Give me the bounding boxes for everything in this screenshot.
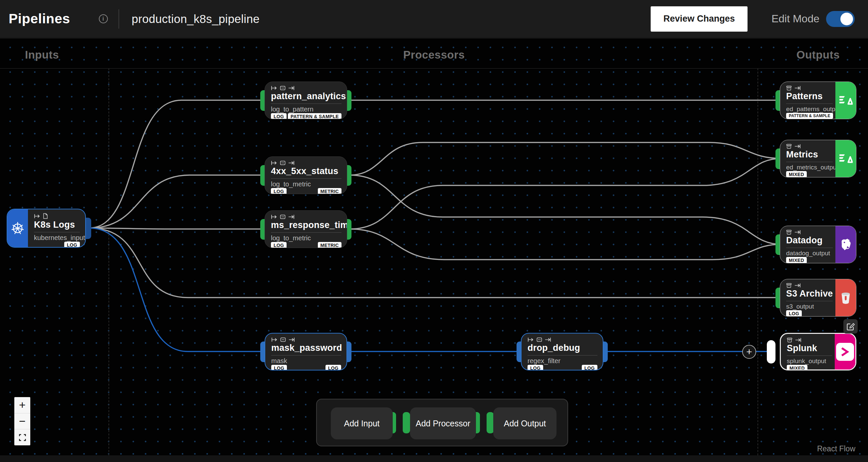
- edit-node-button[interactable]: [843, 319, 858, 334]
- target-handle[interactable]: [767, 340, 775, 364]
- edge-k8s-to-ms-response-time[interactable]: [89, 228, 266, 229]
- node-subtitle: s3_output: [786, 303, 833, 310]
- node-subtitle: ed_metrics_output: [786, 164, 833, 171]
- node-subtitle: kubernetes_input: [34, 234, 80, 242]
- input-type-badge: PATTERN & SAMPLE: [786, 113, 833, 119]
- zoom-out-button[interactable]: −: [14, 413, 30, 430]
- node-output-s3-archive[interactable]: S3 Archive s3_output LOG: [780, 279, 856, 316]
- arrow-from-bar-icon: [528, 337, 534, 342]
- output-type-badge: LOG: [582, 365, 597, 370]
- input-type-badge: MIXED: [786, 171, 807, 177]
- node-title: Patterns: [786, 91, 833, 101]
- input-type-badge: MIXED: [787, 365, 807, 370]
- node-title: drop_debug: [528, 343, 597, 353]
- archive-box-icon: [786, 144, 792, 149]
- top-bar: Pipelines i production_k8s_pipeline Revi…: [0, 0, 868, 38]
- node-output-splunk[interactable]: Splunk splunk_output MIXED: [780, 333, 856, 370]
- transform-chip-icon: [280, 214, 285, 219]
- data-type-badge: LOG: [64, 242, 80, 248]
- edge-k8s-to-4xx-5xx-status[interactable]: [89, 175, 266, 228]
- pencil-square-icon: [846, 322, 855, 331]
- node-divider: [271, 232, 341, 233]
- node-input-k8s-logs[interactable]: K8s Logs kubernetes_input LOG: [7, 209, 86, 248]
- fit-view-icon: [19, 434, 26, 441]
- transform-chip-icon: [280, 160, 285, 165]
- node-subtitle: log_to_metric: [271, 180, 341, 188]
- input-type-badge: LOG: [271, 242, 286, 248]
- edge-ms-to-datadog[interactable]: [349, 229, 781, 259]
- output-type-badge: LOG: [326, 365, 341, 370]
- splunk-logo-icon: [835, 334, 855, 369]
- input-type-badge: LOG: [786, 310, 802, 316]
- edge-k8s-to-s3-archive[interactable]: [89, 228, 781, 298]
- edge-k8s-to-mask-password[interactable]: [89, 228, 266, 351]
- target-handle: [403, 412, 410, 433]
- node-title: S3 Archive: [786, 288, 833, 299]
- arrow-to-bar-icon: [545, 337, 551, 342]
- node-subtitle: mask: [271, 357, 341, 365]
- node-divider: [786, 162, 833, 162]
- arrow-to-bar-icon: [288, 86, 294, 91]
- add-input-button[interactable]: Add Input: [331, 407, 393, 439]
- output-type-badge: PATTERN & SAMPLE: [288, 113, 341, 119]
- node-output-datadog[interactable]: Datadog datadog_output MIXED: [780, 226, 856, 263]
- s3-bucket-icon: [835, 279, 856, 316]
- datadog-logo-icon: [835, 226, 856, 263]
- node-title: ms_response_time: [271, 220, 341, 230]
- add-node-toolbar: Add Input Add Processor Add Output: [316, 399, 568, 446]
- transform-chip-icon: [280, 337, 286, 342]
- node-processor-4xx-5xx-status[interactable]: 4xx_5xx_status log_to_metric LOG METRIC: [265, 156, 347, 194]
- pipeline-name[interactable]: production_k8s_pipeline: [132, 12, 259, 26]
- input-type-badge: LOG: [528, 365, 543, 370]
- node-subtitle: splunk_output: [787, 358, 832, 365]
- transform-chip-icon: [536, 337, 542, 342]
- edit-mode-toggle[interactable]: [826, 11, 855, 27]
- archive-box-icon: [786, 230, 792, 235]
- node-title: pattern_analytics: [271, 91, 341, 101]
- edgedelta-logo-icon: [835, 140, 856, 177]
- info-icon[interactable]: i: [99, 14, 108, 23]
- node-output-patterns[interactable]: Patterns ed_patterns_output PATTERN & SA…: [780, 82, 856, 119]
- node-processor-mask-password[interactable]: mask_password mask LOG LOG: [265, 333, 347, 370]
- archive-box-icon: [787, 338, 793, 342]
- arrow-to-bar-icon: [795, 283, 801, 288]
- output-type-badge: METRIC: [318, 242, 341, 248]
- edges-layer: [0, 39, 868, 455]
- node-subtitle: regex_filter: [528, 357, 597, 365]
- node-title: Datadog: [786, 235, 833, 246]
- fit-view-button[interactable]: [14, 429, 30, 445]
- node-processor-pattern-analytics[interactable]: pattern_analytics log_to_pattern LOG PAT…: [265, 82, 347, 119]
- zoom-in-button[interactable]: +: [14, 397, 30, 413]
- input-type-badge: LOG: [271, 113, 286, 119]
- header-divider: [119, 9, 119, 29]
- node-output-metrics[interactable]: Metrics ed_metrics_output MIXED: [780, 140, 856, 177]
- add-output-button[interactable]: Add Output: [493, 407, 556, 439]
- node-title: Splunk: [787, 343, 832, 353]
- node-processor-drop-debug[interactable]: drop_debug regex_filter LOG LOG: [521, 333, 603, 370]
- edge-k8s-to-pattern-analytics[interactable]: [89, 100, 266, 228]
- target-handle: [487, 412, 494, 433]
- node-subtitle: datadog_output: [786, 250, 833, 257]
- node-title: K8s Logs: [34, 220, 80, 230]
- input-type-badge: LOG: [271, 365, 287, 370]
- input-type-badge: MIXED: [786, 257, 807, 263]
- column-header-inputs: Inputs: [25, 49, 59, 61]
- node-divider: [786, 103, 833, 104]
- node-processor-ms-response-time[interactable]: ms_response_time log_to_metric LOG METRI…: [265, 210, 347, 248]
- node-title: 4xx_5xx_status: [271, 166, 341, 177]
- arrow-to-bar-icon: [795, 230, 801, 235]
- arrow-to-bar-icon: [288, 214, 294, 219]
- node-subtitle: log_to_pattern: [271, 105, 341, 113]
- node-title: Metrics: [786, 150, 833, 160]
- add-node-on-edge-button[interactable]: +: [742, 345, 756, 359]
- edge-4xx-to-metrics[interactable]: [349, 143, 781, 175]
- zoom-controls: + −: [14, 397, 30, 445]
- column-header-outputs: Outputs: [797, 49, 840, 61]
- react-flow-attribution[interactable]: React Flow: [817, 444, 855, 453]
- output-type-badge: METRIC: [318, 188, 341, 194]
- review-changes-button[interactable]: Review Changes: [651, 6, 747, 32]
- node-subtitle: log_to_metric: [271, 234, 341, 242]
- pipeline-canvas[interactable]: Inputs Processors Outputs: [0, 39, 868, 455]
- document-icon: [43, 213, 48, 219]
- add-processor-button[interactable]: Add Processor: [410, 407, 476, 439]
